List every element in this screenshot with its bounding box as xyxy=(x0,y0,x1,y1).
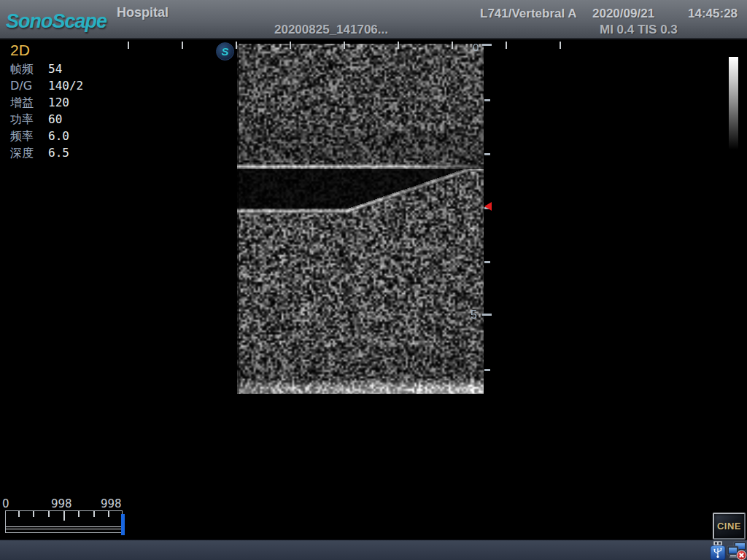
top-ruler-tick xyxy=(236,42,237,49)
top-ruler-tick xyxy=(344,42,345,49)
cine-ruler-tick xyxy=(18,511,20,517)
hospital-name: Hospital xyxy=(117,5,169,20)
param-label: 深度 xyxy=(10,146,34,161)
cine-ruler-tick xyxy=(93,511,95,517)
depth-label-0: 0 xyxy=(473,41,479,53)
param-value: 54 xyxy=(48,62,62,76)
depth-dash-5 xyxy=(482,314,492,316)
cine-ruler-tick xyxy=(63,511,65,521)
top-ruler-tick xyxy=(452,42,453,49)
param-value: 6.5 xyxy=(48,146,69,160)
top-status-bar: SonoScape Hospital L741/Vertebral A 2020… xyxy=(0,0,747,39)
top-ruler-tick xyxy=(506,42,507,49)
param-value: 6.0 xyxy=(48,129,69,143)
depth-ruler-tick xyxy=(484,369,490,371)
param-row-frequency: 频率 6.0 xyxy=(10,129,120,146)
orientation-logo-letter: S xyxy=(221,45,228,58)
depth-ruler-tick xyxy=(484,99,490,101)
mi-tis-readout: MI 0.4 TIS 0.3 xyxy=(600,23,678,37)
cine-ruler-tick xyxy=(108,511,109,517)
depth-label-5: 5 xyxy=(471,308,477,322)
depth-dash-0 xyxy=(482,44,492,46)
param-value: 60 xyxy=(48,112,62,126)
param-label: 增益 xyxy=(10,96,34,111)
param-value: 120 xyxy=(48,96,69,109)
cine-total-frames: 998 xyxy=(101,497,122,510)
depth-ruler-tick xyxy=(484,261,490,263)
network-disconnected-icon[interactable] xyxy=(727,541,747,560)
cine-bar-line xyxy=(6,526,122,527)
param-row-gain: 增益 120 xyxy=(10,96,120,112)
param-label: D/G xyxy=(10,79,32,93)
probe-orientation-marker: S xyxy=(216,42,234,61)
param-row-framerate: 帧频 54 xyxy=(10,62,120,79)
taskbar xyxy=(0,540,747,560)
mode-label-2d: 2D xyxy=(10,42,30,59)
focus-position-marker[interactable] xyxy=(484,202,492,211)
top-ruler-tick xyxy=(182,42,183,49)
param-row-power: 功率 60 xyxy=(10,112,120,129)
grayscale-bar xyxy=(729,57,738,149)
probe-preset: L741/Vertebral A xyxy=(480,7,577,21)
param-row-depth: 深度 6.5 xyxy=(10,146,120,163)
top-ruler-tick xyxy=(128,42,129,49)
cine-current-frame: 998 xyxy=(51,497,72,510)
param-label: 频率 xyxy=(10,129,34,144)
cine-button[interactable]: CINE xyxy=(713,513,746,540)
cine-ruler-tick xyxy=(78,511,80,517)
cine-ruler-tick xyxy=(33,511,34,517)
top-ruler-tick xyxy=(398,42,399,49)
cine-position-marker[interactable] xyxy=(121,514,125,535)
system-date: 2020/09/21 xyxy=(592,7,654,21)
ultrasound-system-screen: SonoScape Hospital L741/Vertebral A 2020… xyxy=(0,0,747,560)
param-row-dg: D/G 140/2 xyxy=(10,79,120,96)
param-label: 帧频 xyxy=(10,62,34,77)
sonoscape-logo: SonoScape xyxy=(6,10,107,33)
cine-start-frame: 0 xyxy=(2,497,9,510)
cine-ruler-tick xyxy=(48,511,50,517)
top-ruler-tick xyxy=(290,42,291,49)
param-label: 功率 xyxy=(10,112,34,128)
depth-ruler-tick xyxy=(484,153,490,155)
top-ruler-tick xyxy=(560,42,561,49)
usb-device-icon[interactable] xyxy=(710,541,726,560)
cine-bar-line xyxy=(6,529,122,529)
ultrasound-image[interactable] xyxy=(237,44,484,394)
exam-id: 20200825_141706... xyxy=(274,23,388,37)
param-value: 140/2 xyxy=(48,79,83,93)
system-time: 14:45:28 xyxy=(688,7,738,21)
